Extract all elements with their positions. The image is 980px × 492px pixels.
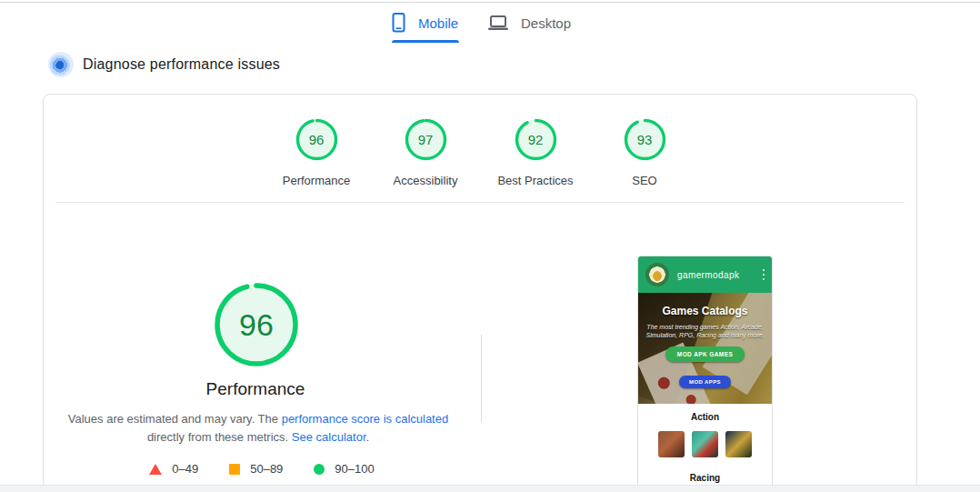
score-item-performance[interactable]: 96 Performance — [262, 117, 371, 187]
calculated-link[interactable]: performance score is calculated — [282, 412, 449, 426]
performance-gauge: 96 — [212, 280, 301, 369]
report-card: 96 Performance 97 Accessibility 92 Best … — [43, 94, 917, 492]
tab-mobile[interactable]: Mobile — [391, 7, 458, 38]
disclaimer-middle: directly from these metrics. — [147, 430, 288, 444]
phone-icon — [391, 12, 406, 34]
category-action: Action — [638, 412, 772, 422]
score-gauge: 92 — [514, 117, 558, 162]
score-value: 96 — [295, 117, 339, 162]
average-square-icon — [229, 464, 240, 475]
score-value: 97 — [404, 117, 448, 162]
score-value: 92 — [514, 117, 558, 162]
hero-title: Games Catalogs — [638, 293, 772, 317]
disclaimer-before: Values are estimated and may vary. The — [68, 412, 278, 426]
section-divider — [55, 202, 905, 203]
legend-pass: 90–100 — [314, 462, 374, 476]
score-gauge: 97 — [404, 117, 448, 162]
horizontal-scrollbar[interactable] — [0, 485, 980, 492]
speedometer-icon — [48, 52, 74, 77]
page-screenshot-preview[interactable]: gamermodapk Games Catalogs The most tren… — [637, 256, 773, 492]
score-label: SEO — [590, 174, 699, 187]
hero-subtitle: The most trending games Action, Arcade, … — [646, 323, 765, 339]
score-gauge: 96 — [295, 117, 339, 162]
kebab-menu-icon — [763, 269, 765, 281]
score-label: Accessibility — [371, 174, 480, 187]
score-label: Best Practices — [481, 174, 590, 187]
score-item-accessibility[interactable]: 97 Accessibility — [371, 117, 480, 187]
game-thumbnail — [658, 431, 685, 457]
active-tab-indicator — [392, 40, 459, 43]
performance-gauge-label: Performance — [119, 379, 392, 399]
fail-triangle-icon — [149, 464, 162, 475]
page-title: Diagnose performance issues — [83, 56, 280, 73]
game-thumbnail — [725, 431, 752, 457]
pass-circle-icon — [314, 464, 325, 475]
tab-desktop[interactable]: Desktop — [487, 7, 571, 38]
legend-fail: 0–49 — [149, 462, 198, 476]
score-legend: 0–49 50–89 90–100 — [121, 462, 403, 476]
section-header: Diagnose performance issues — [48, 52, 280, 77]
site-logo — [645, 263, 669, 286]
score-item-best-practices[interactable]: 92 Best Practices — [481, 117, 590, 187]
game-thumbnails — [638, 431, 772, 457]
legend-range: 90–100 — [335, 462, 374, 476]
laptop-icon — [487, 13, 509, 33]
tab-desktop-label: Desktop — [521, 15, 571, 31]
legend-range: 50–89 — [250, 462, 283, 476]
legend-range: 0–49 — [172, 462, 198, 476]
performance-score-value: 96 — [212, 280, 301, 369]
disclaimer-text: Values are estimated and may vary. The p… — [67, 410, 449, 447]
score-label: Performance — [262, 174, 371, 187]
top-divider — [0, 2, 980, 3]
game-thumbnail — [692, 431, 718, 457]
preview-app-bar: gamermodapk — [638, 256, 772, 293]
legend-average: 50–89 — [229, 462, 283, 476]
category-racing: Racing — [638, 473, 772, 483]
calculator-link[interactable]: See calculator. — [292, 430, 369, 444]
score-item-seo[interactable]: 93 SEO — [590, 117, 699, 187]
score-value: 93 — [623, 117, 667, 162]
mod-apps-button: MOD APPS — [679, 376, 731, 388]
preview-hero: Games Catalogs The most trending games A… — [638, 293, 772, 404]
tab-mobile-label: Mobile — [418, 15, 458, 31]
vertical-divider — [481, 335, 482, 422]
site-name: gamermodapk — [677, 270, 739, 280]
score-gauge: 93 — [623, 117, 667, 162]
mod-apk-games-button: MOD APK GAMES — [665, 346, 745, 362]
